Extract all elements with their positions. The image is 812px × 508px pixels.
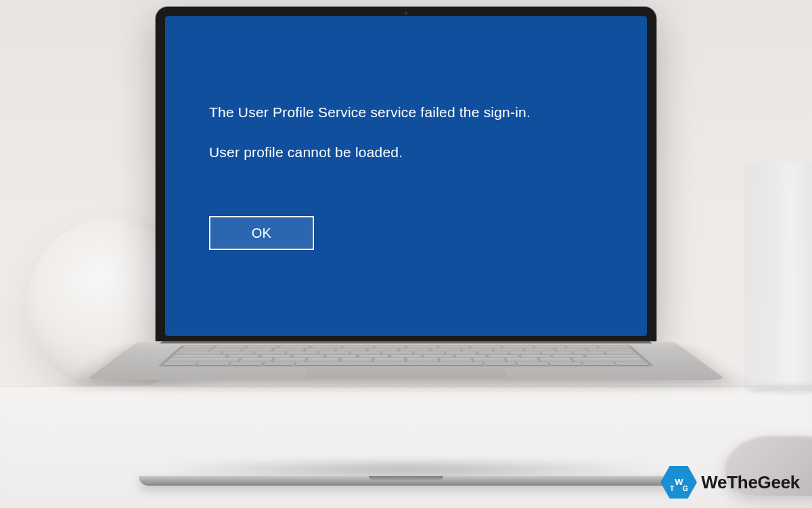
error-screen: The User Profile Service service failed … [165,16,647,336]
laptop-keyboard [158,345,654,366]
laptop-deck [85,341,727,380]
laptop-base [139,341,673,484]
laptop-trackpad [305,368,506,378]
glass-object [744,163,812,393]
error-title: The User Profile Service service failed … [209,102,603,122]
svg-text:T: T [670,485,674,492]
laptop-hinge [160,341,652,343]
brand-watermark: W T G WeTheGeek [660,466,800,499]
ok-button[interactable]: OK [209,216,314,250]
svg-text:G: G [683,485,688,492]
laptop-device: The User Profile Service service failed … [139,7,673,484]
error-subtitle: User profile cannot be loaded. [209,142,603,162]
brand-hexagon-icon: W T G [660,466,697,499]
brand-name: WeTheGeek [701,472,800,493]
laptop-lid: The User Profile Service service failed … [156,7,656,345]
laptop-notch [369,476,443,480]
laptop-front-edge [139,476,673,486]
